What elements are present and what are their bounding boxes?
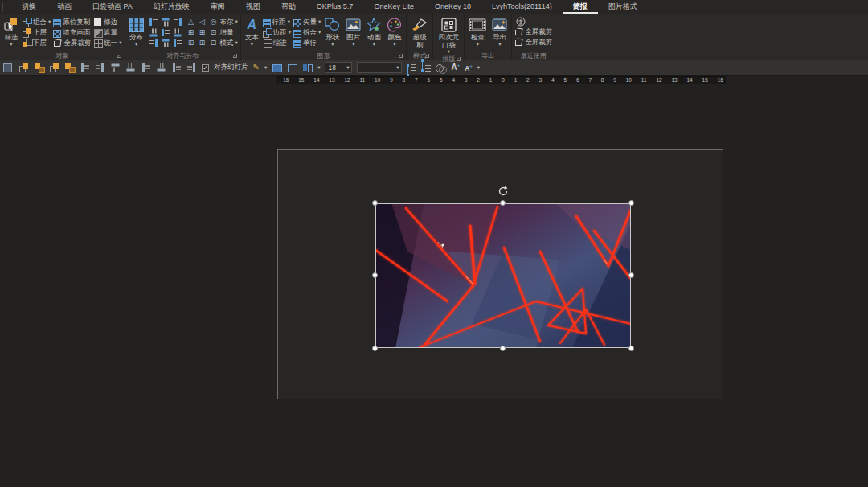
- equalize-icon[interactable]: [174, 39, 182, 47]
- distribute-vertical-quick-icon[interactable]: [157, 63, 166, 73]
- copy-in-place-button[interactable]: 原位复制: [53, 17, 91, 27]
- check-button[interactable]: 检查 ▾: [467, 15, 488, 47]
- pocket-button[interactable]: 四次元口袋▾: [436, 15, 461, 55]
- resize-handle-se[interactable]: [628, 346, 634, 351]
- dialog-launcher-icon[interactable]: [457, 57, 461, 61]
- menu-tab[interactable]: 口袋动画 PA: [82, 0, 143, 14]
- single-line-button[interactable]: 单行: [293, 38, 321, 48]
- menu-tab[interactable]: 审阅: [200, 0, 235, 14]
- center-horizontal-quick-icon[interactable]: [171, 63, 182, 72]
- menu-tab[interactable]: 图片格式: [598, 0, 648, 14]
- recent-fullscreen-crop-button[interactable]: 全屏裁剪: [514, 27, 552, 37]
- distribute-button[interactable]: 分布 ▾: [128, 15, 145, 47]
- rotate-handle[interactable]: [497, 186, 509, 197]
- fill-screen-button[interactable]: 填充画面: [53, 27, 91, 38]
- align-left-quick-icon[interactable]: [95, 63, 105, 72]
- menu-tab[interactable]: LvyhTools(201114): [481, 0, 563, 14]
- decrease-font-icon[interactable]: A+: [465, 63, 473, 72]
- menu-tab[interactable]: 动画: [47, 0, 82, 14]
- paste-object-icon[interactable]: [49, 63, 59, 72]
- menu-tab[interactable]: OneKey 10: [424, 0, 481, 14]
- triangle-tool-icon[interactable]: △: [186, 18, 196, 27]
- decrease-line-spacing-icon[interactable]: [421, 63, 431, 72]
- align-center-icon[interactable]: [162, 18, 169, 27]
- slide-canvas[interactable]: 1615141312111098765432101234567891011121…: [0, 76, 868, 487]
- resize-handle-s[interactable]: [500, 346, 506, 351]
- resize-handle-e[interactable]: [628, 272, 634, 278]
- menu-tab[interactable]: OKPlus 5.7: [306, 0, 364, 14]
- increase-line-spacing-icon[interactable]: [407, 63, 416, 72]
- align-bottom-quick-icon[interactable]: [126, 63, 136, 73]
- resize-handle-ne[interactable]: [628, 200, 634, 206]
- box-in-icon[interactable]: ⊞: [186, 28, 196, 37]
- split-view-icon[interactable]: [302, 63, 313, 72]
- send-backward-button[interactable]: 下层: [23, 38, 51, 48]
- animation-button[interactable]: 动画 ▾: [365, 15, 383, 47]
- menu-tab[interactable]: 帮助: [271, 0, 306, 14]
- edge-tool-icon[interactable]: [3, 63, 14, 72]
- menu-tab[interactable]: 简报: [563, 0, 598, 14]
- merge-shapes-icon[interactable]: [436, 63, 446, 72]
- color-button[interactable]: 颜色 ▾: [385, 15, 403, 47]
- resize-handle-nw[interactable]: [372, 200, 378, 206]
- selected-image[interactable]: [375, 203, 631, 348]
- bring-forward-button[interactable]: 上层: [23, 27, 51, 38]
- vector-button[interactable]: 矢量▾: [293, 17, 321, 27]
- recent-tool-button[interactable]: [514, 16, 526, 27]
- increment-button[interactable]: 增量: [220, 28, 234, 38]
- fill-view-icon[interactable]: [272, 63, 282, 72]
- filter-button[interactable]: 筛选 ▾: [2, 15, 20, 47]
- align-bottom-icon[interactable]: [174, 29, 181, 37]
- align-right-icon[interactable]: [174, 18, 182, 26]
- fullscreen-crop-button[interactable]: 全屏裁剪: [53, 38, 91, 48]
- align-middle-icon[interactable]: [162, 29, 170, 36]
- align-objects-icon[interactable]: [80, 63, 90, 72]
- resize-handle-w[interactable]: [372, 272, 378, 278]
- duplicate-object-icon[interactable]: [34, 63, 44, 72]
- distribute-horizontal-icon[interactable]: [149, 39, 158, 47]
- center-vertical-quick-icon[interactable]: [186, 63, 197, 72]
- dialog-launcher-icon[interactable]: [425, 54, 429, 58]
- pen-tool-icon[interactable]: ✎: [253, 63, 260, 72]
- align-left-icon[interactable]: [149, 18, 158, 26]
- increase-font-icon[interactable]: A+: [451, 63, 460, 72]
- dialog-launcher-icon[interactable]: [399, 54, 403, 58]
- box-out-icon[interactable]: ⊞: [198, 28, 207, 37]
- shape-button[interactable]: 形状 ▾: [323, 15, 342, 47]
- export-button[interactable]: 导出 ▾: [490, 15, 509, 47]
- swap-object-icon[interactable]: [64, 63, 75, 72]
- box-plus-icon[interactable]: ⊞: [186, 39, 196, 47]
- menu-tab[interactable]: 切换: [11, 0, 47, 14]
- distribute-quick-icon[interactable]: [141, 63, 151, 72]
- margin-button[interactable]: 边距▾: [263, 27, 291, 38]
- split-merge-button[interactable]: 拆合▾: [293, 27, 321, 38]
- super-brush-button[interactable]: 超级刷: [409, 15, 430, 49]
- boolean-shape-icon[interactable]: ◎: [209, 18, 219, 27]
- menu-tab[interactable]: 幻灯片放映: [143, 0, 200, 14]
- toolbar-overflow-icon[interactable]: ▾: [477, 65, 480, 71]
- mode-button[interactable]: 模式: [220, 39, 234, 48]
- copy-object-icon[interactable]: [18, 63, 29, 72]
- align-top-icon[interactable]: [149, 29, 157, 37]
- dialog-launcher-icon[interactable]: [233, 54, 237, 58]
- distribute-vertical-icon[interactable]: [162, 39, 169, 47]
- flip-tool-icon[interactable]: ◁: [198, 18, 207, 27]
- menu-tab[interactable]: 视图: [235, 0, 271, 14]
- group-button[interactable]: 组合▾: [23, 17, 51, 27]
- box-minus-icon[interactable]: ⊞: [198, 39, 207, 47]
- dialog-launcher-icon[interactable]: [117, 54, 121, 58]
- align-top-quick-icon[interactable]: [111, 63, 121, 73]
- resize-handle-n[interactable]: [500, 200, 506, 206]
- font-name-combobox[interactable]: ▾: [357, 62, 402, 73]
- mask-button[interactable]: 遮罩: [93, 27, 121, 38]
- recent-fullscreen-crop-button[interactable]: 全屏裁剪: [514, 37, 552, 47]
- unify-button[interactable]: 统一▾: [93, 38, 121, 48]
- line-spacing-button[interactable]: 行距▾: [263, 17, 291, 27]
- align-slides-checkbox[interactable]: ✓: [202, 64, 209, 72]
- boolean-button[interactable]: 布尔: [220, 18, 234, 27]
- indent-button[interactable]: 缩进: [263, 38, 291, 48]
- menu-tab[interactable]: OneKey Lite: [363, 0, 424, 14]
- outline-view-icon[interactable]: [287, 63, 297, 72]
- font-size-combobox[interactable]: 18▾: [325, 62, 352, 73]
- text-button[interactable]: A 文本 ▾: [244, 15, 260, 47]
